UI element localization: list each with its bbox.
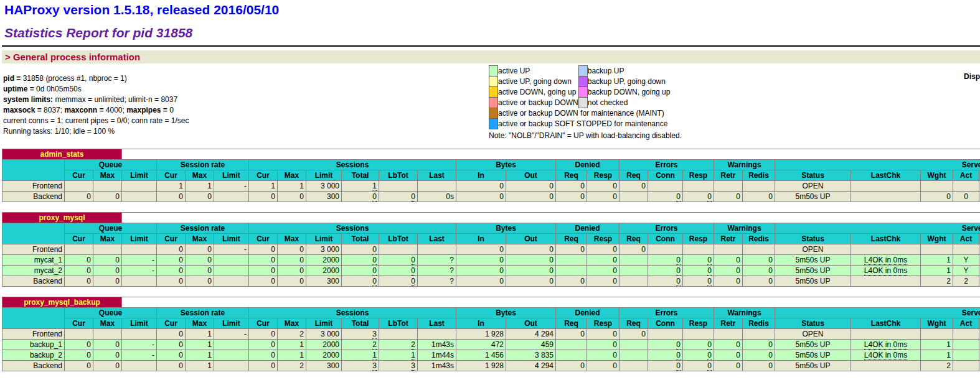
sessions-cur-cell: 0 bbox=[249, 350, 278, 361]
errors-req-cell bbox=[620, 255, 648, 266]
haproxy-version-link[interactable]: HAProxy version 1.5.18, released 2016/05… bbox=[4, 2, 279, 17]
sessions-cur-cell: 0 bbox=[249, 192, 278, 202]
sessions-limit-cell: 2000 bbox=[306, 340, 342, 350]
warnings-retr-cell bbox=[714, 329, 743, 340]
sessions-total-cell: 0 bbox=[342, 244, 379, 255]
lastchk-cell bbox=[851, 244, 921, 255]
sessions-max-cell: 2 bbox=[278, 361, 306, 371]
denied-resp-cell: 0 bbox=[587, 329, 620, 340]
column-header-act: Act bbox=[953, 318, 979, 329]
column-header-rate-max: Max bbox=[186, 170, 214, 181]
errors-conn-cell: 0 bbox=[648, 340, 683, 350]
bytes-in-cell: 1 456 bbox=[456, 350, 506, 361]
group-header-queue: Queue bbox=[65, 308, 157, 318]
column-header-errors-resp: Resp bbox=[683, 234, 714, 244]
column-header-sessions-limit: Limit bbox=[306, 170, 342, 181]
rate-max-cell: 0 bbox=[186, 192, 214, 202]
denied-req-cell: 0 bbox=[556, 192, 587, 202]
group-header-bytes: Bytes bbox=[456, 223, 556, 234]
sessions-max-cell: 1 bbox=[278, 181, 306, 192]
stats-row-backend: Backend000102300331m43s1 9284 2940000005… bbox=[2, 361, 980, 371]
corner-header bbox=[2, 223, 65, 244]
legend-swatch bbox=[489, 66, 498, 77]
column-header-warnings-redis: Redis bbox=[743, 318, 775, 329]
errors-req-cell bbox=[620, 340, 648, 350]
queue-cur-cell: 0 bbox=[65, 340, 93, 350]
proxy-name: admin_stats bbox=[2, 149, 122, 160]
rate-cur-cell: 0 bbox=[157, 350, 186, 361]
column-header-bytes-out: Out bbox=[506, 170, 556, 181]
sessions-limit-cell: 300 bbox=[306, 192, 342, 202]
column-header-errors-conn: Conn bbox=[648, 234, 683, 244]
sessions-lbtot-cell: 0 bbox=[379, 276, 418, 287]
queue-cur-cell bbox=[65, 329, 93, 340]
group-header-bytes: Bytes bbox=[456, 308, 556, 318]
column-header-sessions-cur: Cur bbox=[249, 234, 278, 244]
section-heading-general-process-information: > General process information bbox=[2, 50, 980, 63]
denied-req-cell bbox=[556, 266, 587, 276]
group-header-session-rate: Session rate bbox=[157, 308, 249, 318]
group-header-sessions: Sessions bbox=[249, 160, 456, 170]
legend-swatch bbox=[489, 77, 498, 87]
report-subtitle: Statistics Report for pid 31858 bbox=[4, 25, 980, 40]
sessions-max-cell: 0 bbox=[278, 192, 306, 202]
warnings-retr-cell: 0 bbox=[714, 340, 743, 350]
column-header-weight: Wght bbox=[921, 318, 953, 329]
sessions-max-cell: 1 bbox=[278, 340, 306, 350]
rate-limit-cell: - bbox=[214, 329, 249, 340]
warnings-retr-cell bbox=[714, 181, 743, 192]
column-header-errors-req: Req bbox=[620, 234, 648, 244]
stats-row-frontend: Frontend11-113 000100000OPEN bbox=[2, 181, 980, 192]
row-name: Backend bbox=[2, 276, 65, 287]
act-cell: 2 bbox=[953, 276, 979, 287]
warnings-redis-cell: 0 bbox=[743, 350, 775, 361]
column-header-sessions-total: Total bbox=[342, 234, 379, 244]
bytes-out-cell: 3 835 bbox=[506, 350, 556, 361]
column-header-sessions-max: Max bbox=[278, 170, 306, 181]
weight-cell bbox=[921, 329, 953, 340]
rate-cur-cell: 0 bbox=[157, 255, 186, 266]
sessions-lbtot-cell: 0 bbox=[379, 266, 418, 276]
group-header-session-rate: Session rate bbox=[157, 223, 249, 234]
denied-resp-cell: 0 bbox=[587, 266, 620, 276]
errors-conn-cell bbox=[648, 244, 683, 255]
queue-cur-cell: 0 bbox=[65, 255, 93, 266]
rate-cur-cell: 0 bbox=[157, 192, 186, 202]
column-header-denied-resp: Resp bbox=[587, 170, 620, 181]
lastchk-cell: L4OK in 0ms bbox=[851, 255, 921, 266]
sessions-last-cell bbox=[418, 329, 456, 340]
bytes-out-cell: 0 bbox=[506, 181, 556, 192]
column-header-status: Status bbox=[775, 234, 851, 244]
column-header-act: Act bbox=[953, 170, 979, 181]
sessions-total-cell: 2 bbox=[342, 340, 379, 350]
group-header-queue: Queue bbox=[65, 160, 157, 170]
errors-resp-cell: 0 bbox=[683, 192, 714, 202]
stats-table-proxy_mysql: proxy_mysqlQueueSession rateSessionsByte… bbox=[2, 212, 980, 287]
column-header-errors-resp: Resp bbox=[683, 170, 714, 181]
column-header-bytes-in: In bbox=[456, 170, 506, 181]
status-legend: active UP backup UP active UP, going dow… bbox=[489, 65, 682, 140]
column-header-warnings-retr: Retr bbox=[714, 318, 743, 329]
bytes-in-cell: 0 bbox=[456, 255, 506, 266]
sessions-limit-cell: 3 000 bbox=[306, 329, 342, 340]
process-info: pid = 31858 (process #1, nbproc = 1)upti… bbox=[3, 73, 489, 137]
sessions-max-cell: 2 bbox=[278, 329, 306, 340]
queue-cur-cell bbox=[65, 244, 93, 255]
rate-limit-cell: - bbox=[214, 244, 249, 255]
sessions-last-cell: 1m44s bbox=[418, 350, 456, 361]
sessions-cur-cell: 1 bbox=[249, 181, 278, 192]
bytes-out-cell: 0 bbox=[506, 276, 556, 287]
status-cell: 5m50s UP bbox=[775, 361, 851, 371]
process-info-line: uptime = 0d 0h05m50s bbox=[3, 84, 489, 95]
sessions-lbtot-cell bbox=[379, 181, 418, 192]
rate-limit-cell bbox=[214, 276, 249, 287]
lastchk-cell bbox=[851, 181, 921, 192]
legend-label: not checked bbox=[587, 98, 670, 108]
column-header-rate-max: Max bbox=[186, 318, 214, 329]
sessions-last-cell: ? bbox=[418, 276, 456, 287]
bytes-in-cell: 472 bbox=[456, 340, 506, 350]
sessions-total-cell: 0 bbox=[342, 276, 379, 287]
legend-swatch bbox=[578, 77, 587, 87]
errors-resp-cell: 0 bbox=[683, 340, 714, 350]
sessions-lbtot-cell: 1 bbox=[379, 350, 418, 361]
